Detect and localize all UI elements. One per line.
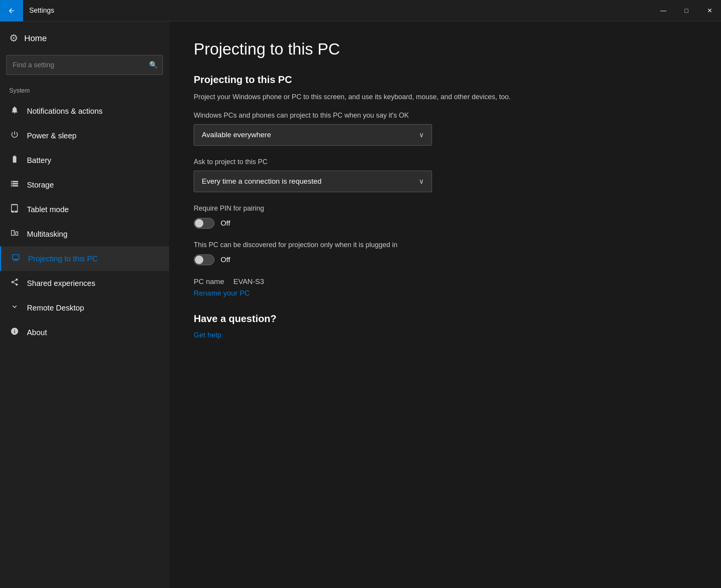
- remote-icon: [9, 302, 20, 313]
- plugged-toggle-knob: [195, 256, 203, 264]
- dropdown1-chevron-icon: ∨: [419, 131, 424, 139]
- sidebar-item-storage[interactable]: Storage: [0, 173, 169, 197]
- pin-label: Require PIN for pairing: [194, 204, 696, 213]
- pin-toggle-row: Off: [194, 218, 696, 229]
- page-title: Projecting to this PC: [194, 40, 696, 58]
- search-input[interactable]: [6, 55, 163, 75]
- notifications-icon: [9, 106, 20, 116]
- battery-icon: [9, 155, 20, 166]
- power-icon: [9, 130, 20, 141]
- search-icon: 🔍: [149, 61, 158, 69]
- notifications-label: Notifications & actions: [27, 107, 103, 116]
- sidebar-item-notifications[interactable]: Notifications & actions: [0, 99, 169, 123]
- titlebar: Settings — □ ✕: [0, 0, 721, 22]
- close-button[interactable]: ✕: [698, 0, 721, 22]
- power-label: Power & sleep: [27, 131, 76, 140]
- rename-pc-link[interactable]: Rename your PC: [194, 289, 250, 297]
- condition-label: Windows PCs and phones can project to th…: [194, 111, 696, 120]
- pin-toggle[interactable]: [194, 218, 214, 229]
- sidebar-section-label: System: [0, 84, 169, 99]
- pin-toggle-status: Off: [221, 219, 230, 228]
- remote-label: Remote Desktop: [27, 304, 84, 312]
- projecting-icon: [10, 253, 21, 264]
- pc-name-key: PC name: [194, 277, 224, 286]
- get-help-link[interactable]: Get help: [194, 331, 221, 339]
- sidebar-item-power[interactable]: Power & sleep: [0, 123, 169, 148]
- plugged-label: This PC can be discovered for projection…: [194, 241, 696, 249]
- availability-dropdown[interactable]: Available everywhere ∨: [194, 124, 432, 146]
- shared-icon: [9, 278, 20, 289]
- battery-label: Battery: [27, 156, 51, 165]
- tablet-label: Tablet mode: [27, 205, 69, 214]
- content-area: Projecting to this PC Projecting to this…: [169, 22, 721, 588]
- pc-name-value: EVAN-S3: [233, 277, 264, 286]
- about-icon: [9, 327, 20, 338]
- ask-project-dropdown-label: Every time a connection is requested: [202, 177, 322, 186]
- back-arrow-icon: [8, 7, 15, 15]
- sidebar-item-about[interactable]: About: [0, 320, 169, 345]
- sidebar-item-multitasking[interactable]: Multitasking: [0, 222, 169, 246]
- storage-icon: [9, 179, 20, 190]
- about-label: About: [27, 328, 47, 337]
- sidebar-item-tablet[interactable]: Tablet mode: [0, 197, 169, 222]
- ask-project-dropdown[interactable]: Every time a connection is requested ∨: [194, 171, 432, 192]
- home-label: Home: [24, 33, 47, 43]
- search-container: 🔍: [6, 55, 163, 75]
- sidebar-item-shared[interactable]: Shared experiences: [0, 271, 169, 296]
- pc-name-row: PC name EVAN-S3: [194, 277, 696, 286]
- have-question-heading: Have a question?: [194, 313, 696, 325]
- plugged-toggle-row: Off: [194, 254, 696, 265]
- window-controls: — □ ✕: [652, 0, 721, 22]
- minimize-button[interactable]: —: [652, 0, 675, 22]
- multitasking-icon: [9, 229, 20, 239]
- plugged-toggle[interactable]: [194, 254, 214, 265]
- ask-project-label: Ask to project to this PC: [194, 158, 696, 166]
- section-title: Projecting to this PC: [194, 74, 696, 86]
- home-icon: ⚙: [9, 32, 18, 44]
- sidebar-item-projecting[interactable]: Projecting to this PC: [0, 246, 169, 271]
- pin-section: Require PIN for pairing Off: [194, 204, 696, 229]
- shared-label: Shared experiences: [27, 279, 95, 288]
- dropdown2-chevron-icon: ∨: [419, 177, 424, 186]
- main-layout: ⚙ Home 🔍 System Notifications & actions: [0, 22, 721, 588]
- projecting-label: Projecting to this PC: [28, 254, 98, 263]
- sidebar-item-home[interactable]: ⚙ Home: [0, 22, 169, 55]
- plugged-section: This PC can be discovered for projection…: [194, 241, 696, 265]
- sidebar-item-remote[interactable]: Remote Desktop: [0, 296, 169, 320]
- pin-toggle-knob: [195, 219, 203, 228]
- app-title: Settings: [23, 7, 652, 15]
- maximize-button[interactable]: □: [675, 0, 698, 22]
- sidebar: ⚙ Home 🔍 System Notifications & actions: [0, 22, 169, 588]
- multitasking-label: Multitasking: [27, 230, 68, 239]
- description: Project your Windows phone or PC to this…: [194, 92, 540, 102]
- sidebar-item-battery[interactable]: Battery: [0, 148, 169, 173]
- tablet-icon: [9, 204, 20, 215]
- plugged-toggle-status: Off: [221, 256, 230, 264]
- back-button[interactable]: [0, 0, 23, 22]
- storage-label: Storage: [27, 181, 54, 189]
- availability-dropdown-label: Available everywhere: [202, 131, 271, 139]
